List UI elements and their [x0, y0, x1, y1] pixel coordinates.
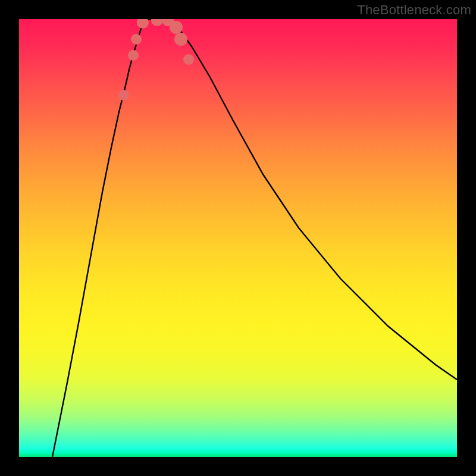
curve-overlay [19, 19, 457, 457]
marker-d [137, 19, 149, 29]
marker-e [151, 19, 163, 26]
marker-h [174, 33, 187, 46]
marker-i [183, 54, 194, 65]
chart-frame: TheBottleneck.com [0, 0, 476, 476]
markers-group [118, 19, 194, 101]
marker-g [170, 21, 183, 34]
plot-area [19, 19, 457, 457]
marker-c [131, 34, 142, 45]
marker-b [128, 50, 139, 61]
bottleneck-curve [52, 19, 457, 457]
marker-a [118, 90, 129, 101]
watermark-text: TheBottleneck.com [357, 2, 471, 18]
